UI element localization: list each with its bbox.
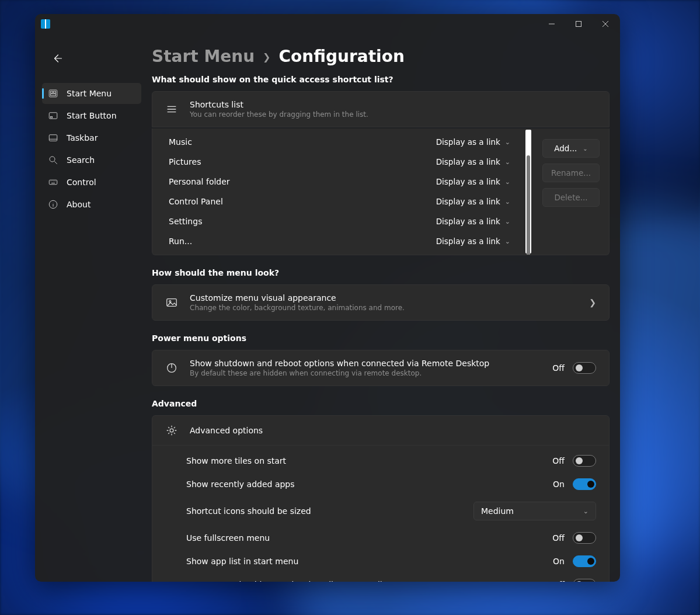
shortcut-name: Pictures xyxy=(169,157,201,166)
shortcut-row[interactable]: Pictures Display as a link⌄ xyxy=(152,152,532,172)
svg-point-12 xyxy=(169,301,171,303)
section-heading-power: Power menu options xyxy=(152,333,610,343)
power-remote-title: Show shutdown and reboot options when co… xyxy=(190,359,538,368)
app-window: Start Menu Start Button Taskbar Search xyxy=(35,14,620,582)
toggle-state-label: Off xyxy=(549,580,565,582)
app-logo-icon xyxy=(41,19,50,29)
chevron-right-icon: ❯ xyxy=(263,51,270,62)
shortcuts-list-title: Shortcuts list xyxy=(190,100,596,109)
breadcrumb-parent[interactable]: Start Menu xyxy=(152,47,255,66)
sidebar-item-label: About xyxy=(67,200,90,209)
shortcut-display-dropdown[interactable]: Display as a link⌄ xyxy=(436,197,516,206)
close-button[interactable] xyxy=(592,15,619,33)
svg-point-8 xyxy=(50,157,55,162)
sidebar-item-label: Search xyxy=(67,155,95,165)
maximize-button[interactable] xyxy=(565,15,592,33)
chevron-down-icon: ⌄ xyxy=(505,218,510,225)
gear-icon xyxy=(165,424,178,437)
svg-rect-4 xyxy=(51,94,56,96)
sidebar-item-search[interactable]: Search xyxy=(42,150,141,171)
chevron-down-icon: ⌄ xyxy=(505,138,510,146)
chevron-down-icon: ⌄ xyxy=(583,145,587,152)
search-icon xyxy=(48,155,58,165)
sidebar-item-label: Control xyxy=(67,178,96,187)
chevron-down-icon: ⌄ xyxy=(583,508,588,515)
rename-button[interactable]: Rename... xyxy=(542,164,600,182)
chevron-down-icon: ⌄ xyxy=(505,238,510,245)
svg-rect-7 xyxy=(49,135,57,141)
section-heading-look: How should the menu look? xyxy=(152,268,610,277)
power-remote-sub: By default these are hidden when connect… xyxy=(190,369,538,377)
toggle-state-label: Off xyxy=(549,456,565,465)
sidebar-item-start-button[interactable]: Start Button xyxy=(42,105,141,126)
advanced-options-title: Advanced options xyxy=(190,426,596,435)
chevron-down-icon: ⌄ xyxy=(505,198,510,206)
content-scroll-area[interactable]: What should show on the quick access sho… xyxy=(152,75,618,582)
power-remote-toggle[interactable] xyxy=(573,362,596,374)
more-tiles-toggle[interactable] xyxy=(573,455,596,467)
advanced-row-app-list: Show app list in start menu On xyxy=(152,550,609,573)
advanced-row-recent-apps: Show recently added apps On xyxy=(152,472,609,496)
shortcut-row[interactable]: Settings Display as a link⌄ xyxy=(152,211,532,231)
minimize-button[interactable] xyxy=(538,15,565,33)
main-content: Start Menu ❯ Configuration What should s… xyxy=(146,34,620,582)
shortcut-name: Settings xyxy=(169,217,202,226)
sidebar-item-about[interactable]: About xyxy=(42,194,141,215)
advanced-row-icon-size: Shortcut icons should be sized Medium ⌄ xyxy=(152,496,609,526)
breadcrumb: Start Menu ❯ Configuration xyxy=(152,40,620,79)
shortcuts-list[interactable]: Music Display as a link⌄ Pictures Displa… xyxy=(152,128,533,255)
back-button[interactable] xyxy=(46,47,69,70)
shortcut-display-dropdown[interactable]: Display as a link⌄ xyxy=(436,177,516,186)
add-button[interactable]: Add... ⌄ xyxy=(542,139,600,158)
section-heading-advanced: Advanced xyxy=(152,399,610,408)
section-heading-quick-access: What should show on the quick access sho… xyxy=(152,75,610,84)
svg-rect-2 xyxy=(51,91,53,93)
shortcuts-list-header: Shortcuts list You can reorder these by … xyxy=(152,92,609,127)
shortcut-row[interactable]: Personal folder Display as a link⌄ xyxy=(152,172,532,192)
svg-rect-0 xyxy=(576,22,581,27)
start-menu-icon xyxy=(48,88,58,99)
info-icon xyxy=(48,199,58,210)
shortcut-name: Run... xyxy=(169,237,192,246)
shortcut-row[interactable]: Music Display as a link⌄ xyxy=(152,132,532,152)
shortcut-display-dropdown[interactable]: Display as a link⌄ xyxy=(436,217,516,226)
keyboard-icon xyxy=(48,177,58,187)
advanced-row-all-programs: Start menu should open showing all progr… xyxy=(152,573,609,582)
toggle-state-label: Off xyxy=(549,533,565,543)
sidebar: Start Menu Start Button Taskbar Search xyxy=(35,34,146,582)
advanced-row-more-tiles: Show more tiles on start Off xyxy=(152,449,609,472)
shortcut-row[interactable]: Run... Display as a link⌄ xyxy=(152,231,532,251)
svg-rect-3 xyxy=(54,91,56,93)
shortcuts-scrollbar[interactable] xyxy=(524,130,532,253)
toggle-state-label: Off xyxy=(549,363,565,373)
all-programs-toggle[interactable] xyxy=(573,579,596,582)
shortcut-name: Control Panel xyxy=(169,197,223,206)
chevron-right-icon: ❯ xyxy=(589,298,596,307)
icon-size-select[interactable]: Medium ⌄ xyxy=(473,502,596,520)
shortcut-display-dropdown[interactable]: Display as a link⌄ xyxy=(436,137,516,147)
sidebar-item-start-menu[interactable]: Start Menu xyxy=(42,83,141,104)
shortcut-row[interactable]: Control Panel Display as a link⌄ xyxy=(152,192,532,211)
fullscreen-toggle[interactable] xyxy=(573,532,596,544)
advanced-row-fullscreen: Use fullscreen menu Off xyxy=(152,526,609,550)
svg-rect-6 xyxy=(51,117,53,118)
titlebar xyxy=(35,14,620,34)
svg-point-14 xyxy=(170,429,173,432)
delete-button[interactable]: Delete... xyxy=(542,188,600,207)
advanced-options-header: Advanced options xyxy=(152,416,609,445)
app-list-toggle[interactable] xyxy=(573,555,596,567)
customize-appearance-row[interactable]: Customize menu visual appearance Change … xyxy=(152,285,609,320)
sidebar-item-taskbar[interactable]: Taskbar xyxy=(42,127,141,148)
recent-apps-toggle[interactable] xyxy=(573,478,596,490)
power-icon xyxy=(165,362,178,374)
image-icon xyxy=(165,296,178,309)
sidebar-item-label: Start Menu xyxy=(67,89,112,98)
shortcut-display-dropdown[interactable]: Display as a link⌄ xyxy=(436,237,516,246)
shortcut-display-dropdown[interactable]: Display as a link⌄ xyxy=(436,157,516,166)
taskbar-icon xyxy=(48,133,58,143)
sidebar-item-control[interactable]: Control xyxy=(42,172,141,193)
chevron-down-icon: ⌄ xyxy=(505,178,510,186)
shortcut-name: Music xyxy=(169,137,192,147)
svg-rect-9 xyxy=(49,180,57,185)
customize-appearance-title: Customize menu visual appearance xyxy=(190,293,577,303)
